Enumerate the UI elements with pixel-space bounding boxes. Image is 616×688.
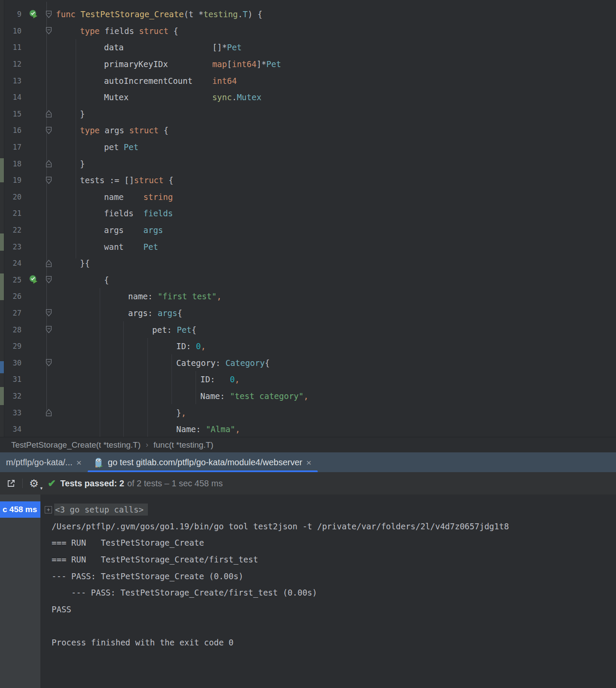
settings-gear-icon[interactable]: ⚙ ▾ <box>26 476 42 491</box>
editor-line[interactable]: 20name string <box>0 189 616 206</box>
line-number[interactable]: 27 <box>4 309 26 317</box>
close-icon[interactable]: × <box>306 458 311 467</box>
editor-line[interactable]: 10type fields struct { <box>0 23 616 40</box>
line-number[interactable]: 16 <box>4 126 26 135</box>
line-number[interactable]: 10 <box>4 27 26 35</box>
editor-line[interactable]: 29ID: 0, <box>0 338 616 355</box>
editor-line[interactable]: 15} <box>0 106 616 123</box>
console-line[interactable]: === RUN TestPetStorage_Create/first_test <box>52 551 616 568</box>
line-number[interactable]: 12 <box>4 60 26 68</box>
editor-line[interactable]: 12primaryKeyIDx map[int64]*Pet <box>0 56 616 73</box>
run-test-passed-icon[interactable] <box>26 275 41 285</box>
code-text: name: "first test", <box>128 292 221 301</box>
line-number[interactable]: 28 <box>4 326 26 334</box>
editor-line[interactable]: 11data []*Pet <box>0 39 616 56</box>
console-line[interactable]: /Users/ptflp/.gvm/gos/go1.19/bin/go tool… <box>52 518 616 535</box>
fold-end-icon[interactable] <box>41 110 56 118</box>
editor-line[interactable]: 27args: args{ <box>0 305 616 322</box>
test-tree-selected-row[interactable]: c 458 ms <box>0 501 40 518</box>
editor-line[interactable]: 21fields fields <box>0 205 616 222</box>
fold-collapse-icon[interactable] <box>41 10 56 18</box>
line-number[interactable]: 33 <box>4 408 26 417</box>
vcs-change-marker <box>0 233 4 251</box>
fold-collapse-icon[interactable] <box>41 126 56 135</box>
console-line[interactable] <box>52 617 616 634</box>
line-number[interactable]: 9 <box>4 10 26 18</box>
indent-guide <box>172 354 172 404</box>
editor-line[interactable]: 9func TestPetStorage_Create(t *testing.T… <box>0 6 616 23</box>
code-text: }, <box>176 408 186 418</box>
editor-line[interactable]: 31ID: 0, <box>0 371 616 388</box>
run-test-passed-icon[interactable] <box>26 9 41 19</box>
line-number[interactable]: 14 <box>4 93 26 101</box>
line-number[interactable]: 18 <box>4 160 26 168</box>
editor-line[interactable]: 14Mutex sync.Mutex <box>0 89 616 106</box>
editor-line[interactable]: 23want Pet <box>0 238 616 255</box>
code-text: name string <box>104 192 173 202</box>
fold-end-icon[interactable] <box>41 160 56 168</box>
line-number[interactable]: 26 <box>4 292 26 301</box>
editor-line[interactable]: 28pet: Pet{ <box>0 321 616 338</box>
line-number[interactable]: 29 <box>4 342 26 350</box>
line-number[interactable]: 15 <box>4 110 26 118</box>
editor-line[interactable]: 18} <box>0 155 616 172</box>
fold-collapse-icon[interactable] <box>41 27 56 35</box>
line-number[interactable]: 17 <box>4 143 26 151</box>
tests-passed-check-icon: ✔ <box>48 478 56 489</box>
breadcrumb-item-closure[interactable]: func(t *testing.T) <box>153 440 213 450</box>
editor-line[interactable]: 16type args struct { <box>0 122 616 139</box>
code-text: primaryKeyIDx map[int64]*Pet <box>104 59 281 69</box>
run-tab-active[interactable]: go test gitlab.com/ptflp/go-kata/module4… <box>88 452 318 472</box>
line-number[interactable]: 20 <box>4 193 26 201</box>
editor-line[interactable]: 34Name: "Alma", <box>0 421 616 437</box>
console-line[interactable]: Process finished with the exit code 0 <box>52 634 616 651</box>
line-number[interactable]: 30 <box>4 359 26 367</box>
console-line[interactable]: === RUN TestPetStorage_Create <box>52 534 616 551</box>
editor-line[interactable]: 19tests := []struct { <box>0 172 616 189</box>
code-text: pet Pet <box>104 142 138 152</box>
line-number[interactable]: 22 <box>4 226 26 234</box>
fold-collapse-icon[interactable] <box>41 359 56 367</box>
line-number[interactable]: 13 <box>4 77 26 85</box>
fold-end-icon[interactable] <box>41 259 56 267</box>
console-line[interactable]: --- PASS: TestPetStorage_Create (0.00s) <box>52 568 616 584</box>
fold-end-icon[interactable] <box>41 408 56 417</box>
line-number[interactable]: 23 <box>4 243 26 251</box>
line-number[interactable]: 21 <box>4 209 26 218</box>
close-icon[interactable]: × <box>77 458 82 467</box>
fold-collapse-icon[interactable] <box>41 309 56 317</box>
breadcrumb-item-function[interactable]: TestPetStorage_Create(t *testing.T) <box>11 440 141 450</box>
line-number[interactable]: 25 <box>4 276 26 284</box>
editor-line[interactable]: 25{ <box>0 272 616 289</box>
open-in-new-window-icon[interactable] <box>3 476 19 491</box>
line-number[interactable]: 34 <box>4 425 26 433</box>
vcs-change-marker <box>0 158 4 182</box>
editor-line[interactable]: 32Name: "test category", <box>0 388 616 405</box>
run-tab-inactive[interactable]: m/ptflp/go-kata/... × <box>0 452 88 472</box>
fold-collapse-icon[interactable] <box>41 176 56 184</box>
editor-line[interactable]: 30Category: Category{ <box>0 354 616 371</box>
fold-collapse-icon[interactable] <box>41 276 56 284</box>
console-line[interactable]: PASS <box>52 601 616 618</box>
code-text: data []*Pet <box>104 43 242 52</box>
editor-line[interactable]: 17pet Pet <box>0 139 616 156</box>
line-number[interactable]: 11 <box>4 43 26 52</box>
editor-line[interactable]: 24}{ <box>0 255 616 272</box>
code-text: Name: "test category", <box>200 391 309 401</box>
editor-line[interactable]: 22args args <box>0 222 616 239</box>
editor-line[interactable]: 13autoIncrementCount int64 <box>0 72 616 89</box>
fold-collapse-icon[interactable] <box>41 326 56 334</box>
console-setup-line[interactable]: + <3 go setup calls> <box>52 501 616 518</box>
line-number[interactable]: 19 <box>4 176 26 184</box>
run-console[interactable]: + <3 go setup calls> /Users/ptflp/.gvm/g… <box>41 494 616 688</box>
line-number[interactable]: 24 <box>4 259 26 267</box>
editor-line[interactable]: 26name: "first test", <box>0 288 616 305</box>
code-editor[interactable]: 9func TestPetStorage_Create(t *testing.T… <box>0 0 616 437</box>
line-number[interactable]: 32 <box>4 392 26 400</box>
editor-line[interactable]: 33}, <box>0 404 616 421</box>
expander-plus-icon[interactable]: + <box>45 506 52 513</box>
tests-passed-count: Tests passed: 2 <box>60 479 124 488</box>
breadcrumb: TestPetStorage_Create(t *testing.T) › fu… <box>0 437 616 452</box>
line-number[interactable]: 31 <box>4 375 26 384</box>
console-line[interactable]: --- PASS: TestPetStorage_Create/first_te… <box>52 584 616 601</box>
